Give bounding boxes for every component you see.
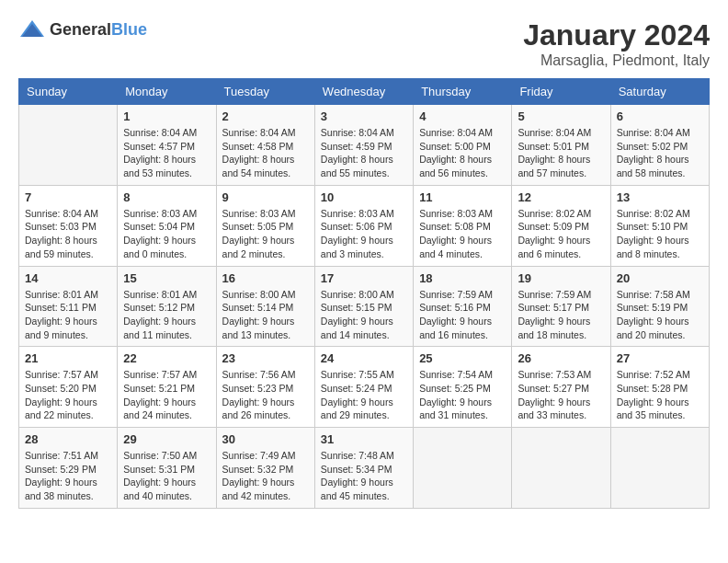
sunrise-text: Sunrise: 7:59 AM [419,289,493,300]
calendar-cell [512,428,610,509]
daylight-text: Daylight: 9 hours and 35 minutes. [617,396,689,421]
day-number: 12 [518,190,604,204]
day-number: 25 [419,351,506,365]
calendar-cell [414,428,512,509]
daylight-text: Daylight: 9 hours and 26 minutes. [222,396,295,421]
day-info: Sunrise: 7:49 AMSunset: 5:32 PMDaylight:… [222,449,309,503]
sunrise-text: Sunrise: 7:51 AM [25,450,98,461]
week-row-3: 14Sunrise: 8:01 AMSunset: 5:11 PMDayligh… [19,266,710,347]
sunrise-text: Sunrise: 8:04 AM [222,127,296,138]
daylight-text: Daylight: 9 hours and 4 minutes. [419,235,492,259]
day-info: Sunrise: 8:04 AMSunset: 4:59 PMDaylight:… [321,126,407,180]
day-info: Sunrise: 7:57 AMSunset: 5:21 PMDaylight:… [123,368,210,422]
calendar-cell: 24Sunrise: 7:55 AMSunset: 5:24 PMDayligh… [314,347,413,428]
header-tuesday: Tuesday [216,79,314,105]
calendar-cell: 3Sunrise: 8:04 AMSunset: 4:59 PMDaylight… [314,105,413,186]
day-number: 15 [123,271,210,285]
sunrise-text: Sunrise: 7:48 AM [321,450,394,461]
day-info: Sunrise: 8:00 AMSunset: 5:14 PMDaylight:… [222,288,309,342]
sunset-text: Sunset: 5:20 PM [25,383,97,394]
day-info: Sunrise: 8:04 AMSunset: 4:58 PMDaylight:… [222,126,309,180]
header-thursday: Thursday [414,79,512,105]
day-number: 26 [518,351,604,365]
day-number: 8 [123,190,210,204]
daylight-text: Daylight: 9 hours and 20 minutes. [617,316,689,340]
day-info: Sunrise: 8:00 AMSunset: 5:15 PMDaylight:… [321,288,407,342]
sunset-text: Sunset: 5:34 PM [321,464,392,475]
sunset-text: Sunset: 5:06 PM [321,221,392,232]
day-info: Sunrise: 7:53 AMSunset: 5:27 PMDaylight:… [518,368,604,422]
sunrise-text: Sunrise: 7:49 AM [222,450,296,461]
calendar-cell: 4Sunrise: 8:04 AMSunset: 5:00 PMDaylight… [414,105,512,186]
sunrise-text: Sunrise: 8:04 AM [25,208,98,219]
day-info: Sunrise: 8:04 AMSunset: 5:03 PMDaylight:… [25,207,111,261]
daylight-text: Daylight: 8 hours and 58 minutes. [617,154,689,178]
week-row-5: 28Sunrise: 7:51 AMSunset: 5:29 PMDayligh… [19,428,710,509]
day-number: 13 [617,190,703,204]
calendar-cell [19,105,118,186]
daylight-text: Daylight: 9 hours and 2 minutes. [222,235,295,259]
calendar-cell: 26Sunrise: 7:53 AMSunset: 5:27 PMDayligh… [512,347,610,428]
day-number: 17 [321,271,407,285]
sunset-text: Sunset: 5:19 PM [617,302,688,313]
day-info: Sunrise: 7:54 AMSunset: 5:25 PMDaylight:… [419,368,506,422]
day-info: Sunrise: 7:56 AMSunset: 5:23 PMDaylight:… [222,368,309,422]
sunrise-text: Sunrise: 8:04 AM [123,127,197,138]
sunrise-text: Sunrise: 8:04 AM [518,127,591,138]
sunset-text: Sunset: 4:58 PM [222,141,294,152]
calendar-cell: 10Sunrise: 8:03 AMSunset: 5:06 PMDayligh… [314,185,413,266]
sunset-text: Sunset: 5:12 PM [123,302,195,313]
daylight-text: Daylight: 9 hours and 6 minutes. [518,235,590,259]
calendar-title: January 2024 [523,18,710,52]
day-info: Sunrise: 8:02 AMSunset: 5:10 PMDaylight:… [617,207,703,261]
day-number: 10 [321,190,407,204]
sunrise-text: Sunrise: 7:58 AM [617,289,690,300]
calendar-subtitle: Marsaglia, Piedmont, Italy [523,52,710,69]
calendar-cell: 14Sunrise: 8:01 AMSunset: 5:11 PMDayligh… [19,266,118,347]
sunrise-text: Sunrise: 8:01 AM [25,289,98,300]
header-sunday: Sunday [19,79,118,105]
daylight-text: Daylight: 9 hours and 16 minutes. [419,316,492,340]
daylight-text: Daylight: 9 hours and 11 minutes. [123,316,196,340]
sunrise-text: Sunrise: 8:03 AM [123,208,197,219]
calendar-cell: 2Sunrise: 8:04 AMSunset: 4:58 PMDaylight… [216,105,314,186]
day-number: 3 [321,109,407,123]
daylight-text: Daylight: 9 hours and 31 minutes. [419,396,492,421]
title-section: January 2024 Marsaglia, Piedmont, Italy [523,18,710,69]
day-number: 28 [25,432,111,446]
daylight-text: Daylight: 9 hours and 14 minutes. [321,316,393,340]
day-number: 24 [321,351,407,365]
sunset-text: Sunset: 5:10 PM [617,221,688,232]
daylight-text: Daylight: 8 hours and 55 minutes. [321,154,393,178]
sunrise-text: Sunrise: 8:04 AM [419,127,493,138]
sunrise-text: Sunrise: 7:57 AM [123,369,197,380]
day-info: Sunrise: 7:51 AMSunset: 5:29 PMDaylight:… [25,449,111,503]
week-row-4: 21Sunrise: 7:57 AMSunset: 5:20 PMDayligh… [19,347,710,428]
calendar-cell: 1Sunrise: 8:04 AMSunset: 4:57 PMDaylight… [118,105,216,186]
daylight-text: Daylight: 8 hours and 56 minutes. [419,154,492,178]
day-number: 14 [25,271,111,285]
header-row: SundayMondayTuesdayWednesdayThursdayFrid… [19,79,710,105]
daylight-text: Daylight: 9 hours and 40 minutes. [123,477,196,501]
sunset-text: Sunset: 5:17 PM [518,302,589,313]
calendar-cell: 29Sunrise: 7:50 AMSunset: 5:31 PMDayligh… [118,428,216,509]
day-number: 5 [518,109,604,123]
day-number: 21 [25,351,111,365]
day-number: 19 [518,271,604,285]
day-number: 29 [123,432,210,446]
sunset-text: Sunset: 5:14 PM [222,302,294,313]
day-info: Sunrise: 7:48 AMSunset: 5:34 PMDaylight:… [321,449,407,503]
calendar-cell: 11Sunrise: 8:03 AMSunset: 5:08 PMDayligh… [414,185,512,266]
day-info: Sunrise: 8:03 AMSunset: 5:06 PMDaylight:… [321,207,407,261]
calendar-cell: 25Sunrise: 7:54 AMSunset: 5:25 PMDayligh… [414,347,512,428]
calendar-cell: 18Sunrise: 7:59 AMSunset: 5:16 PMDayligh… [414,266,512,347]
sunset-text: Sunset: 5:15 PM [321,302,392,313]
day-number: 20 [617,271,703,285]
calendar-cell: 6Sunrise: 8:04 AMSunset: 5:02 PMDaylight… [610,105,709,186]
day-info: Sunrise: 7:58 AMSunset: 5:19 PMDaylight:… [617,288,703,342]
sunset-text: Sunset: 5:03 PM [25,221,97,232]
calendar-cell: 23Sunrise: 7:56 AMSunset: 5:23 PMDayligh… [216,347,314,428]
calendar-cell: 20Sunrise: 7:58 AMSunset: 5:19 PMDayligh… [610,266,709,347]
day-info: Sunrise: 8:04 AMSunset: 5:01 PMDaylight:… [518,126,604,180]
header-friday: Friday [512,79,610,105]
